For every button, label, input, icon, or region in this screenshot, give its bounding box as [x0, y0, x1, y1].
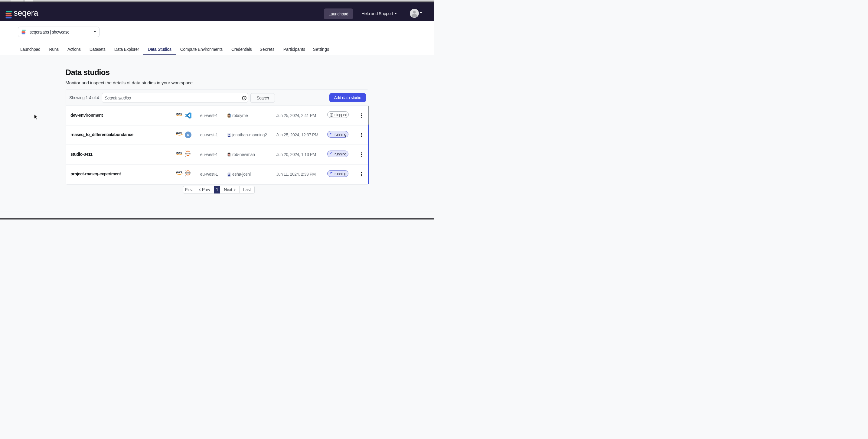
- svg-text:jupyter: jupyter: [185, 171, 191, 174]
- svg-text:aws: aws: [176, 170, 182, 174]
- svg-text:aws: aws: [176, 151, 182, 154]
- svg-text:aws: aws: [176, 112, 182, 115]
- svg-text:jupyter: jupyter: [185, 152, 191, 155]
- svg-text:aws: aws: [176, 131, 182, 134]
- svg-text:R: R: [187, 133, 189, 137]
